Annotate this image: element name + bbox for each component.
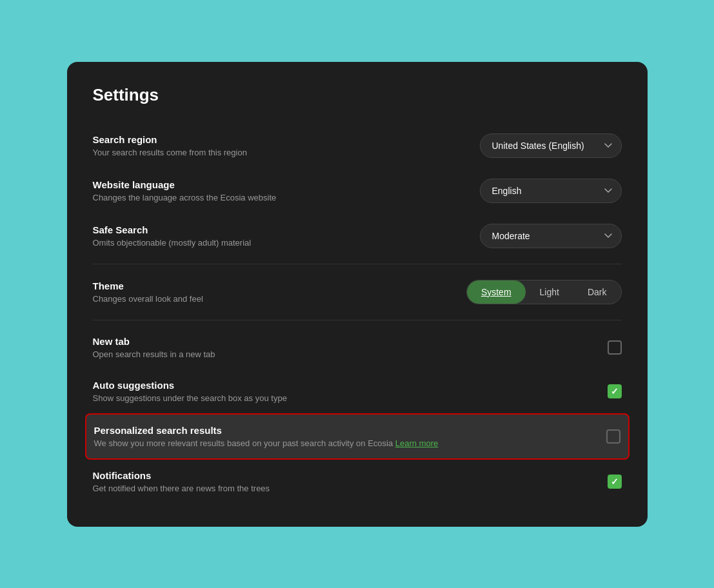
safe-search-label: Safe Search [93,224,464,235]
theme-toggle-group: System Light Dark [466,280,622,304]
new-tab-label: New tab [93,336,592,347]
search-region-right: United States (English) United Kingdom (… [480,133,622,158]
safe-search-left: Safe Search Omits objectionable (mostly … [93,224,464,248]
safe-search-select[interactable]: Strict Moderate Off [480,224,622,248]
new-tab-desc: Open search results in a new tab [93,349,592,359]
website-language-row: Website language Changes the language ac… [93,168,622,213]
theme-desc: Changes overall look and feel [93,294,451,304]
search-region-label: Search region [93,134,464,145]
new-tab-left: New tab Open search results in a new tab [93,336,592,359]
personalized-search-desc: We show you more relevant results based … [94,438,591,448]
safe-search-row: Safe Search Omits objectionable (mostly … [93,213,622,259]
new-tab-right [608,340,622,355]
divider-1 [93,264,622,264]
theme-system-button[interactable]: System [467,280,526,304]
website-language-desc: Changes the language across the Ecosia w… [93,193,464,202]
auto-suggestions-row: Auto suggestions Show suggestions under … [93,369,622,413]
auto-suggestions-label: Auto suggestions [93,380,592,391]
notifications-desc: Get notified when there are news from th… [93,484,592,493]
theme-row: Theme Changes overall look and feel Syst… [93,270,622,315]
theme-right: System Light Dark [466,280,622,304]
new-tab-checkbox[interactable] [608,340,622,355]
page-title: Settings [93,85,622,105]
website-language-label: Website language [93,179,464,190]
website-language-right: English German French Spanish [480,179,622,203]
learn-more-link[interactable]: Learn more [395,438,438,448]
theme-left: Theme Changes overall look and feel [93,280,451,304]
settings-panel: Settings Search region Your search resul… [67,62,648,527]
search-region-desc: Your search results come from this regio… [93,148,464,157]
website-language-left: Website language Changes the language ac… [93,179,464,202]
safe-search-desc: Omits objectionable (mostly adult) mater… [93,238,464,248]
notifications-label: Notifications [93,470,592,481]
divider-2 [93,320,622,320]
theme-light-button[interactable]: Light [526,280,573,304]
personalized-search-left: Personalized search results We show you … [94,425,591,448]
website-language-select[interactable]: English German French Spanish [480,179,622,203]
theme-dark-button[interactable]: Dark [573,280,621,304]
personalized-search-label: Personalized search results [94,425,591,436]
search-region-row: Search region Your search results come f… [93,123,622,168]
notifications-row: Notifications Get notified when there ar… [93,460,622,504]
notifications-left: Notifications Get notified when there ar… [93,470,592,493]
personalized-search-desc-text: We show you more relevant results based … [94,438,393,448]
personalized-search-row: Personalized search results We show you … [85,413,630,460]
notifications-checkbox[interactable] [608,475,622,489]
new-tab-row: New tab Open search results in a new tab [93,326,622,369]
personalized-search-checkbox[interactable] [606,429,620,444]
safe-search-right: Strict Moderate Off [480,224,622,248]
auto-suggestions-right [608,384,622,398]
search-region-left: Search region Your search results come f… [93,134,464,157]
auto-suggestions-checkbox[interactable] [608,384,622,398]
search-region-select[interactable]: United States (English) United Kingdom (… [480,133,622,158]
notifications-right [608,475,622,489]
personalized-search-right [606,429,620,444]
auto-suggestions-desc: Show suggestions under the search box as… [93,393,592,403]
auto-suggestions-left: Auto suggestions Show suggestions under … [93,380,592,403]
theme-label: Theme [93,280,451,291]
